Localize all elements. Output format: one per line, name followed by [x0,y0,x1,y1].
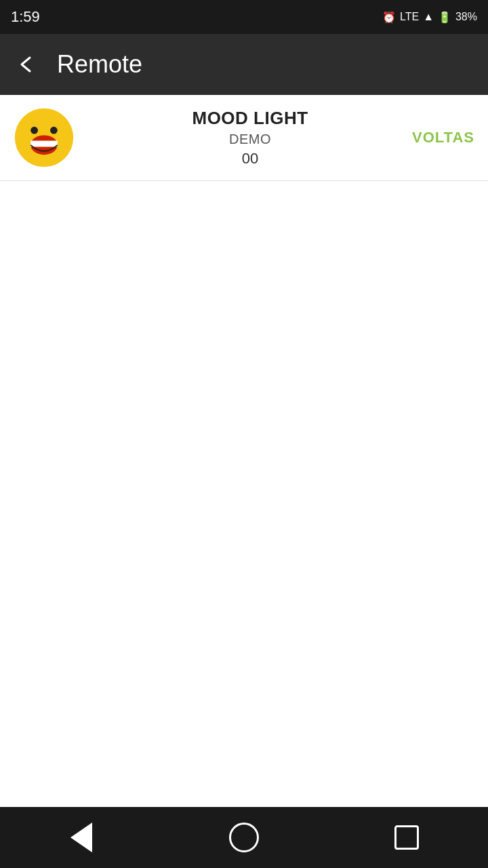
smiley-face-icon [14,107,75,168]
svg-rect-4 [30,141,58,147]
svg-point-2 [50,127,58,134]
alarm-icon: ⏰ [382,11,396,24]
item-subtitle: DEMO [229,132,271,147]
status-time: 1:59 [11,8,40,26]
nav-back-icon [70,823,92,852]
list-item-info: MOOD LIGHT DEMO 00 [88,108,412,167]
content-area: MOOD LIGHT DEMO 00 VOLTAS [0,95,488,807]
nav-back-button[interactable] [61,817,102,858]
nav-home-icon [229,823,259,852]
app-bar-title: Remote [57,50,142,79]
status-bar: 1:59 ⏰ LTE ▲ 🔋 38% [0,0,488,34]
item-title: MOOD LIGHT [192,108,308,129]
lte-label: LTE [400,11,419,23]
battery-icon: 🔋 [438,11,451,24]
nav-home-button[interactable] [224,817,264,858]
nav-recents-button[interactable] [386,817,427,858]
signal-icon: ▲ [423,11,434,23]
nav-recents-icon [394,825,419,850]
list-item[interactable]: MOOD LIGHT DEMO 00 VOLTAS [0,95,488,181]
svg-point-1 [30,127,38,134]
voltas-action[interactable]: VOLTAS [412,129,474,146]
nav-bar [0,807,488,868]
item-count: 00 [242,150,258,167]
battery-level: 38% [455,11,477,23]
back-button[interactable] [14,51,41,78]
status-icons: ⏰ LTE ▲ 🔋 38% [382,11,477,24]
app-bar: Remote [0,34,488,95]
